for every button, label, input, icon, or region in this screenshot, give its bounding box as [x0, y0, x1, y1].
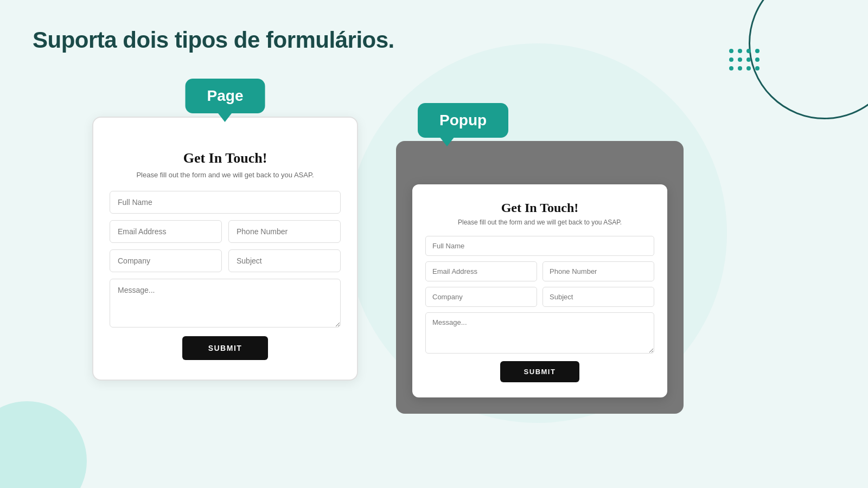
- popup-full-name-input[interactable]: [425, 236, 654, 256]
- page-form-title: Get In Touch!: [110, 150, 341, 166]
- page-full-name-input[interactable]: [110, 191, 341, 214]
- popup-bubble-tag: Popup: [418, 103, 508, 138]
- popup-message-input[interactable]: [425, 312, 654, 354]
- popup-email-phone-row: [425, 261, 654, 281]
- deco-circle-top-right: [749, 0, 868, 119]
- page-form-wrapper: Page Get In Touch! Please fill out the f…: [92, 84, 358, 381]
- page-bubble-tag: Page: [186, 79, 265, 113]
- deco-circle-bottom-left: [0, 401, 87, 488]
- page-phone-input[interactable]: [228, 220, 341, 243]
- popup-form-subtitle: Please fill out the form and we will get…: [425, 219, 654, 226]
- popup-phone-input[interactable]: [542, 261, 654, 281]
- popup-company-subject-row: [425, 287, 654, 307]
- popup-submit-button[interactable]: SUBMIT: [500, 361, 580, 382]
- page-email-input[interactable]: [110, 220, 222, 243]
- popup-form-title: Get In Touch!: [425, 201, 654, 215]
- page-title: Suporta dois tipos de formulários.: [33, 27, 394, 53]
- page-email-phone-row: [110, 220, 341, 243]
- page-message-input[interactable]: [110, 279, 341, 328]
- page-company-input[interactable]: [110, 249, 222, 272]
- page-company-subject-row: [110, 249, 341, 272]
- popup-overlay: Get In Touch! Please fill out the form a…: [396, 141, 684, 414]
- page-form-subtitle: Please fill out the form and we will get…: [110, 171, 341, 179]
- popup-subject-input[interactable]: [542, 287, 654, 307]
- page-submit-button[interactable]: SUBMIT: [182, 336, 269, 360]
- popup-form-wrapper: Popup Get In Touch! Please fill out the …: [396, 108, 684, 414]
- page-subject-input[interactable]: [228, 249, 341, 272]
- page-form-card: Get In Touch! Please fill out the form a…: [92, 117, 358, 381]
- dot-grid: [729, 49, 760, 70]
- popup-email-input[interactable]: [425, 261, 537, 281]
- popup-company-input[interactable]: [425, 287, 537, 307]
- popup-form-card: Get In Touch! Please fill out the form a…: [412, 184, 667, 397]
